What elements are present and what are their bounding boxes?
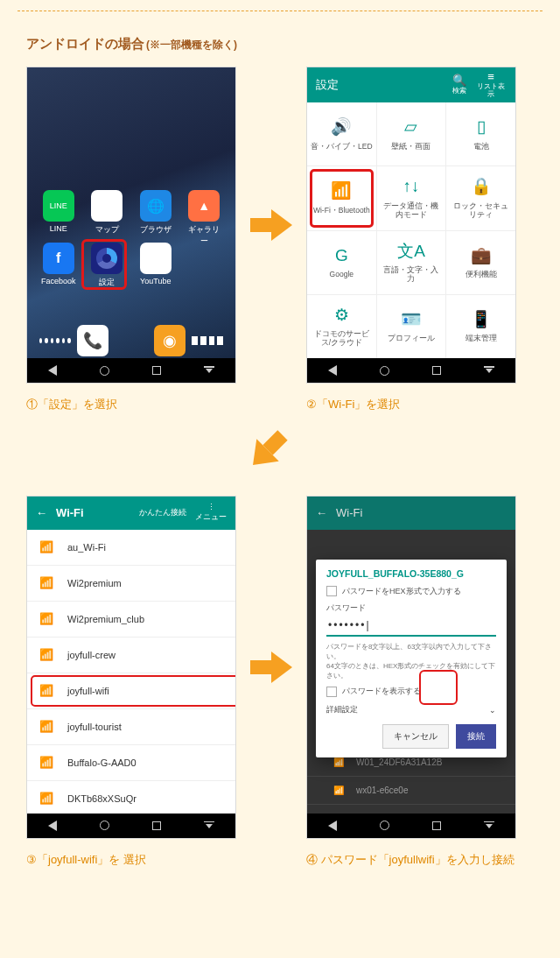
phone-icon[interactable]: 📞 xyxy=(77,325,108,356)
password-input[interactable]: •••••••| xyxy=(326,616,496,637)
caption-step2: ②「Wi-Fi」を選択 xyxy=(306,396,516,413)
nav-back-icon[interactable] xyxy=(328,365,337,376)
settings-header: 設定 🔍検索 ≡リスト表示 xyxy=(307,67,515,102)
arrow-icon xyxy=(250,209,292,241)
camera-icon[interactable]: ◉ xyxy=(154,325,186,356)
list-item: 📶wx01-e6ce0e xyxy=(307,777,515,805)
arrow-icon xyxy=(250,652,292,683)
screenshot-step3: ← Wi-Fi かんたん接続 ⋮メニュー 📶au_Wi-Fi📶Wi2premiu… xyxy=(26,496,236,839)
connect-button[interactable]: 接続 xyxy=(456,724,496,749)
nav-home-icon[interactable] xyxy=(100,821,109,830)
wifi-header: ← Wi-Fi かんたん接続 ⋮メニュー xyxy=(27,497,235,530)
section-title: アンドロイドの場合 (※一部機種を除く) xyxy=(26,36,534,53)
nav-recent-icon[interactable] xyxy=(432,821,441,830)
show-password-checkbox[interactable] xyxy=(326,687,337,697)
caption-step1: ①「設定」を選択 xyxy=(26,396,236,413)
screenshot-step4: ← Wi-Fi ON 📶W01_24DF6A31A12B 📶wx01-e6ce0… xyxy=(306,496,516,839)
nav-drawer-icon[interactable] xyxy=(204,821,214,830)
wifi-icon: 📶 xyxy=(39,648,53,661)
cancel-button[interactable]: キャンセル xyxy=(382,724,449,749)
app-icon[interactable]: 🌐ブラウザ xyxy=(136,190,175,247)
nav-drawer-icon[interactable] xyxy=(484,366,494,375)
wifi-password-dialog: JOYFULL_BUFFALO-35E880_G パスワードをHEX形式で入力す… xyxy=(316,560,507,758)
caption-step3: ③「joyfull-wifi」を 選択 xyxy=(26,851,236,869)
settings-cell[interactable]: 📶Wi-Fi・Bluetooth xyxy=(307,166,376,229)
easy-connect-button[interactable]: かんたん接続 xyxy=(139,507,186,518)
title-main: アンドロイドの場合 xyxy=(26,36,144,53)
app-drawer-icon[interactable] xyxy=(39,325,71,356)
app-icon[interactable]: LINELINE xyxy=(39,190,78,247)
nav-back-icon[interactable] xyxy=(48,821,57,831)
menu-button[interactable]: ⋮メニュー xyxy=(195,503,227,523)
wifi-row[interactable]: 📶joyfull-crew xyxy=(27,637,235,673)
wifi-icon: 📶 xyxy=(39,540,53,553)
settings-cell[interactable]: ↑↓データ通信・機内モード xyxy=(377,166,446,229)
wifi-row[interactable]: 📶Buffalo-G-AAD0 xyxy=(27,745,235,781)
wifi-icon: 📶 xyxy=(39,612,53,625)
nav-home-icon[interactable] xyxy=(100,366,109,376)
wifi-icon: 📶 xyxy=(39,720,53,733)
app-icon[interactable]: ▶YouTube xyxy=(136,243,175,288)
screenshot-step2: 設定 🔍検索 ≡リスト表示 🔊音・バイブ・LED▱壁紙・画面▯電池📶Wi-Fi・… xyxy=(306,67,516,384)
nav-drawer-icon[interactable] xyxy=(204,366,214,375)
nav-recent-icon[interactable] xyxy=(432,366,441,375)
app-icon[interactable]: fFacebook xyxy=(39,243,78,288)
title-sub: (※一部機種を除く) xyxy=(146,38,237,53)
highlight-box xyxy=(419,670,458,705)
arrow-icon xyxy=(242,424,293,475)
wifi-header-dim: ← Wi-Fi xyxy=(307,497,515,530)
settings-cell[interactable]: 📱端末管理 xyxy=(446,295,515,358)
settings-cell[interactable]: ▱壁紙・画面 xyxy=(377,102,446,166)
advanced-settings[interactable]: 詳細設定 xyxy=(326,704,358,715)
caption-step4: ④ パスワード「joyfullwifi」を入力し接続 xyxy=(306,851,516,869)
settings-title: 設定 xyxy=(316,77,339,93)
hex-checkbox[interactable] xyxy=(326,586,337,596)
settings-cell[interactable]: 🔊音・バイブ・LED xyxy=(307,102,376,166)
wifi-row[interactable]: 📶au_Wi-Fi xyxy=(27,530,235,566)
wifi-row[interactable]: 📶Wi2premium_club xyxy=(27,602,235,637)
settings-cell[interactable]: 🪪プロフィール xyxy=(377,295,446,358)
widgets-icon[interactable] xyxy=(192,325,223,356)
nav-back-icon[interactable] xyxy=(48,365,57,376)
nav-drawer-icon[interactable] xyxy=(484,821,494,830)
wifi-icon: 📶 xyxy=(39,756,53,769)
back-icon[interactable]: ← xyxy=(36,506,47,519)
wifi-title: Wi-Fi xyxy=(56,506,84,519)
dialog-ssid: JOYFULL_BUFFALO-35E880_G xyxy=(326,568,496,579)
back-icon: ← xyxy=(316,506,327,519)
nav-home-icon[interactable] xyxy=(380,821,389,830)
settings-cell[interactable]: GGoogle xyxy=(307,231,376,294)
nav-home-icon[interactable] xyxy=(380,366,389,376)
settings-cell[interactable]: 💼便利機能 xyxy=(446,231,515,294)
list-view-button[interactable]: ≡リスト表示 xyxy=(475,71,507,99)
wifi-icon: 📶 xyxy=(39,684,53,697)
wifi-icon: 📶 xyxy=(39,792,53,805)
nav-recent-icon[interactable] xyxy=(152,821,161,830)
highlight-settings xyxy=(81,239,127,290)
settings-cell[interactable]: ⚙ドコモのサービス/クラウド xyxy=(307,295,376,358)
wifi-row[interactable]: 📶Wi2premium xyxy=(27,566,235,602)
wifi-row[interactable]: 📶joyfull-wifi xyxy=(27,673,235,709)
wifi-icon: 📶 xyxy=(39,576,53,589)
chevron-down-icon[interactable]: ⌄ xyxy=(489,706,496,715)
settings-cell[interactable]: 文A言語・文字・入力 xyxy=(377,231,446,294)
app-icon[interactable]: ▲ギャラリー xyxy=(185,190,223,247)
search-button[interactable]: 🔍検索 xyxy=(444,74,475,95)
settings-cell[interactable]: 🔒ロック・セキュリティ xyxy=(446,166,515,229)
settings-cell[interactable]: ▯電池 xyxy=(446,102,515,166)
nav-recent-icon[interactable] xyxy=(152,366,161,375)
wifi-row[interactable]: 📶joyfull-tourist xyxy=(27,709,235,745)
screenshot-step1: LINELINEGマップ🌐ブラウザ▲ギャラリー fFacebook設定▶YouT… xyxy=(26,67,236,384)
wifi-row[interactable]: 📶DKTb68xXSuQr xyxy=(27,781,235,814)
password-label: パスワード xyxy=(326,602,496,614)
nav-back-icon[interactable] xyxy=(328,821,337,831)
